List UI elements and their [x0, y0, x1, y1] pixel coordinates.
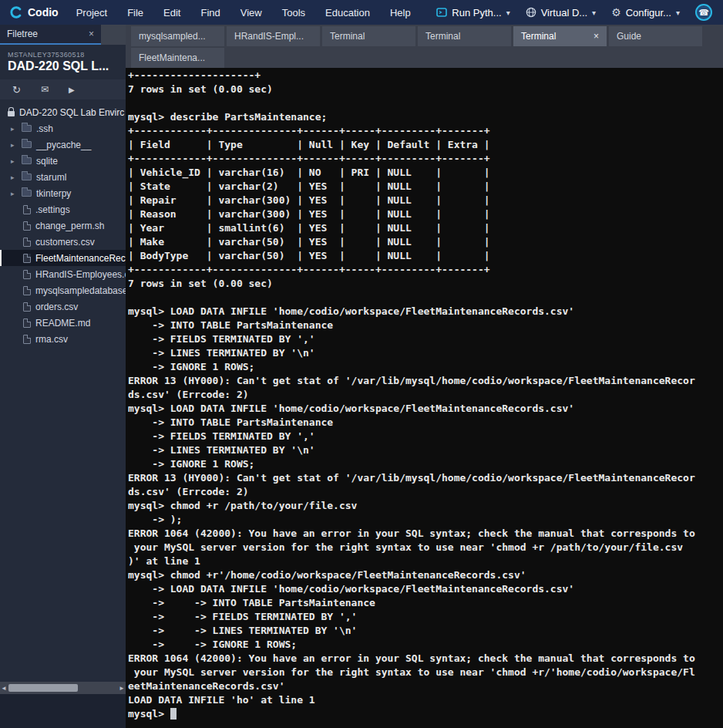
- terminal-line: ds.csv' (Errcode: 2): [128, 485, 723, 499]
- tree-folder-staruml[interactable]: ▸ staruml: [0, 169, 126, 185]
- menu-project[interactable]: Project: [66, 0, 117, 25]
- menu-tools[interactable]: Tools: [272, 0, 315, 25]
- tree-file-mysqlsample[interactable]: mysqlsampledatabase: [0, 282, 126, 298]
- terminal-line: +------------+--------------+------+----…: [128, 124, 723, 138]
- terminal-line: | BodyType | varchar(50) | YES | | NULL …: [128, 249, 723, 263]
- terminal-line: -> LINES TERMINATED BY '\n': [128, 443, 723, 457]
- folder-label: tkinterpy: [36, 188, 71, 199]
- file-icon: [23, 238, 31, 247]
- tree-file-change-perm[interactable]: change_perm.sh: [0, 217, 126, 234]
- terminal-cursor: [170, 708, 177, 720]
- file-label: HRandIS-Employees.c: [35, 269, 126, 280]
- folder-icon: [22, 157, 32, 164]
- run-python-button[interactable]: Run Pyth... ▾: [436, 7, 509, 19]
- chevron-down-icon: ▾: [592, 8, 596, 17]
- tab-terminal-1[interactable]: Terminal: [322, 26, 415, 46]
- play-icon[interactable]: ▶: [69, 86, 75, 94]
- virtual-desktop-button[interactable]: Virtual D... ▾: [526, 7, 596, 19]
- tab-label: Guide: [617, 31, 641, 42]
- terminal-line: ERROR 13 (HY000): Can't get stat of '/va…: [128, 374, 723, 388]
- codio-logo-icon: [9, 5, 23, 19]
- chevron-down-icon: ▾: [506, 8, 510, 17]
- codio-menu[interactable]: Codio: [28, 6, 59, 19]
- menu-file[interactable]: File: [117, 0, 153, 25]
- file-icon: [23, 205, 31, 214]
- tree-folder-ssh[interactable]: ▸ .ssh: [0, 120, 126, 136]
- tab-mysqlsampledatabase[interactable]: mysqlsampled...: [131, 26, 224, 46]
- tab-terminal-2[interactable]: Terminal: [418, 26, 511, 46]
- tree-folder-sqlite[interactable]: ▸ sqlite: [0, 153, 126, 169]
- top-menu-bar: Codio Project File Edit Find View Tools …: [0, 0, 723, 25]
- menu-help[interactable]: Help: [380, 0, 421, 25]
- tab-label: Terminal: [330, 31, 365, 42]
- terminal-line: [128, 291, 723, 305]
- tree-file-orders[interactable]: orders.csv: [0, 298, 126, 315]
- gear-icon: ⚙: [611, 7, 621, 18]
- main-area: mysqlsampled... HRandIS-Empl... Terminal…: [126, 25, 723, 728]
- scroll-right-icon[interactable]: ►: [118, 685, 126, 692]
- tree-file-readme[interactable]: README.md: [0, 315, 126, 331]
- tab-row-2: FleetMaintena...: [126, 46, 723, 68]
- folder-icon: [22, 141, 32, 148]
- configure-button[interactable]: ⚙ Configur... ▾: [611, 7, 680, 19]
- scroll-left-icon[interactable]: ◄: [0, 685, 8, 692]
- terminal-line: )' at line 1: [128, 554, 723, 568]
- file-icon: [23, 286, 31, 295]
- tree-file-rma[interactable]: rma.csv: [0, 331, 126, 347]
- filetree-toolbar: ↻ ✉ ▶: [0, 79, 126, 99]
- tree-file-fleetmaintenance[interactable]: FleetMaintenanceRec: [0, 250, 126, 266]
- horizontal-scrollbar[interactable]: ◄ ►: [0, 682, 126, 694]
- topbar-actions: Run Pyth... ▾ Virtual D... ▾ ⚙ Configur.…: [436, 4, 723, 21]
- terminal-line: your MySQL server version for the right …: [128, 541, 723, 554]
- tree-root-label: DAD-220 SQL Lab Envirc: [19, 107, 124, 118]
- terminal-line: | State | varchar(2) | YES | | NULL | |: [128, 180, 723, 194]
- file-icon: [23, 254, 31, 263]
- tab-hrandis-employees[interactable]: HRandIS-Empl...: [227, 26, 320, 46]
- terminal-line: 7 rows in set (0.00 sec): [128, 83, 723, 96]
- editor-tab-bar: mysqlsampled... HRandIS-Empl... Terminal…: [126, 25, 723, 68]
- tree-file-customers[interactable]: customers.csv: [0, 234, 126, 250]
- terminal-line: mysql> describe PartsMaintenance;: [128, 110, 723, 124]
- terminal-line: mysql> LOAD DATA INFILE 'home/codio/work…: [128, 402, 723, 416]
- close-icon[interactable]: ×: [594, 31, 599, 42]
- menu-find[interactable]: Find: [190, 0, 230, 25]
- support-phone-button[interactable]: ☎: [695, 4, 712, 21]
- file-icon: [23, 270, 31, 279]
- tab-fleetmaintenance[interactable]: FleetMaintena...: [131, 48, 224, 68]
- terminal-line: -> -> INTO TABLE PartsMaintenance: [128, 596, 723, 610]
- tree-file-hrandis[interactable]: HRandIS-Employees.c: [0, 266, 126, 282]
- menu-edit[interactable]: Edit: [153, 0, 190, 25]
- tree-folder-tkinterpy[interactable]: ▸ tkinterpy: [0, 185, 126, 201]
- tab-label: FleetMaintena...: [139, 52, 205, 63]
- terminal-line: | Year | smallint(6) | YES | | NULL | |: [128, 221, 723, 235]
- filetree-tab-label: Filetree: [7, 29, 38, 39]
- codio-logo[interactable]: Codio: [0, 5, 66, 19]
- terminal-line: -> -> LINES TERMINATED BY '\n': [128, 624, 723, 638]
- terminal-line: -> -> IGNORE 1 ROWS;: [128, 638, 723, 652]
- terminal-line: | Make | varchar(50) | YES | | NULL | |: [128, 235, 723, 249]
- terminal-line: ERROR 1064 (42000): You have an error in…: [128, 527, 723, 541]
- refresh-icon[interactable]: ↻: [12, 84, 21, 96]
- terminal-line: | Vehicle_ID | varchar(16) | NO | PRI | …: [128, 166, 723, 180]
- menu-education[interactable]: Education: [315, 0, 380, 25]
- tab-terminal-3-active[interactable]: Terminal ×: [513, 26, 607, 46]
- tree-file-settings[interactable]: .settings: [0, 201, 126, 217]
- tree-root[interactable]: DAD-220 SQL Lab Envirc: [0, 104, 126, 120]
- terminal-prompt: mysql>: [128, 708, 170, 720]
- tab-guide[interactable]: Guide: [609, 26, 702, 46]
- terminal-line: your MySQL server version for the right …: [128, 666, 723, 679]
- project-title: DAD-220 SQL L...: [0, 59, 126, 79]
- filetree-tab[interactable]: Filetree ×: [0, 25, 101, 45]
- terminal-line: mysql> LOAD DATA INFILE 'home/codio/work…: [128, 305, 723, 318]
- folder-label: sqlite: [36, 156, 58, 167]
- tree-folder-pycache[interactable]: ▸ __pycache__: [0, 136, 126, 153]
- terminal-line: ERROR 13 (HY000): Can't get stat of '/va…: [128, 471, 723, 485]
- mail-icon[interactable]: ✉: [41, 84, 49, 95]
- terminal-output[interactable]: +--------------------+ 7 rows in set (0.…: [126, 68, 723, 728]
- menu-view[interactable]: View: [230, 0, 272, 25]
- file-label: README.md: [35, 318, 90, 329]
- terminal-prompt-line[interactable]: mysql>: [128, 707, 723, 721]
- scrollbar-thumb[interactable]: [8, 684, 78, 692]
- close-icon[interactable]: ×: [89, 29, 94, 39]
- file-label: orders.csv: [35, 302, 78, 312]
